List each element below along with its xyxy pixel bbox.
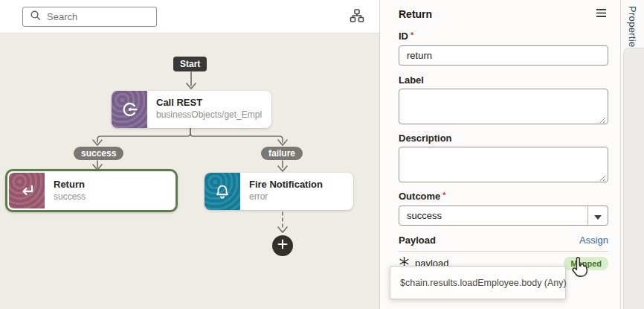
description-textarea[interactable] — [399, 147, 608, 182]
outcome-label-text: Outcome — [399, 191, 440, 202]
search-box[interactable] — [22, 7, 157, 27]
panel-title: Return — [399, 8, 432, 20]
return-icon — [9, 173, 45, 208]
rail-background — [623, 48, 644, 309]
node-return-selected[interactable]: Return success — [5, 169, 178, 212]
node-label: Fire Notification error — [240, 173, 330, 210]
properties-panel: Return ID* Label Description — [379, 0, 620, 309]
chevron-down-icon — [594, 209, 602, 223]
search-icon — [30, 10, 41, 24]
bell-icon — [205, 173, 240, 210]
node-subtitle: businessObjects/get_Empl — [156, 109, 262, 120]
edge-label-failure: failure — [261, 147, 303, 160]
hierarchy-icon — [350, 8, 364, 26]
node-call-rest[interactable]: Call REST businessObjects/get_Empl — [112, 91, 271, 128]
assign-link[interactable]: Assign — [579, 235, 608, 246]
select-caret-zone[interactable] — [587, 206, 608, 225]
mapped-status-badge[interactable]: Mapped — [564, 257, 608, 270]
plus-icon — [277, 239, 288, 252]
payload-header-row: Payload Assign — [399, 235, 608, 246]
panel-menu-button[interactable] — [593, 7, 608, 21]
tab-properties[interactable]: Properties — [627, 6, 638, 52]
node-label: Call REST businessObjects/get_Empl — [147, 91, 269, 128]
node-label: Return success — [45, 173, 93, 208]
payload-heading: Payload — [399, 235, 436, 246]
outcome-selected-value: success — [399, 210, 587, 221]
mapping-tooltip: $chain.results.loadEmployee.body (Any) — [390, 266, 566, 299]
properties-header: Return — [399, 7, 608, 21]
canvas-column: Start Call REST businessObjects/get_Empl… — [0, 0, 379, 309]
required-marker: * — [442, 191, 445, 200]
id-label: ID* — [399, 31, 608, 42]
search-input[interactable] — [47, 11, 149, 22]
node-subtitle: error — [249, 191, 323, 202]
start-badge: Start — [173, 57, 207, 71]
flow-canvas[interactable]: Start Call REST businessObjects/get_Empl… — [0, 34, 379, 309]
rest-call-icon — [112, 91, 147, 128]
action-chain-editor: Start Call REST businessObjects/get_Empl… — [0, 0, 644, 309]
node-title: Call REST — [156, 97, 262, 108]
node-subtitle: success — [54, 191, 86, 202]
node-title: Fire Notification — [249, 179, 323, 190]
label-label: Label — [399, 74, 608, 86]
flow-view-button[interactable] — [348, 8, 366, 26]
required-marker: * — [410, 31, 413, 39]
hamburger-icon — [596, 7, 607, 21]
mapping-tooltip-text: $chain.results.loadEmployee.body (Any) — [400, 278, 567, 288]
divider — [399, 251, 608, 252]
description-label: Description — [399, 133, 608, 144]
outcome-label: Outcome* — [399, 191, 608, 202]
id-label-text: ID — [399, 31, 408, 42]
add-action-button[interactable] — [272, 235, 293, 256]
right-tab-rail: Properties — [620, 0, 644, 309]
canvas-toolbar — [0, 0, 379, 34]
id-input[interactable] — [399, 45, 608, 66]
node-fire-notification[interactable]: Fire Notification error — [205, 173, 353, 210]
node-title: Return — [54, 179, 86, 190]
outcome-select[interactable]: success — [399, 206, 608, 226]
label-textarea[interactable] — [399, 89, 608, 124]
edge-label-success: success — [74, 147, 123, 160]
